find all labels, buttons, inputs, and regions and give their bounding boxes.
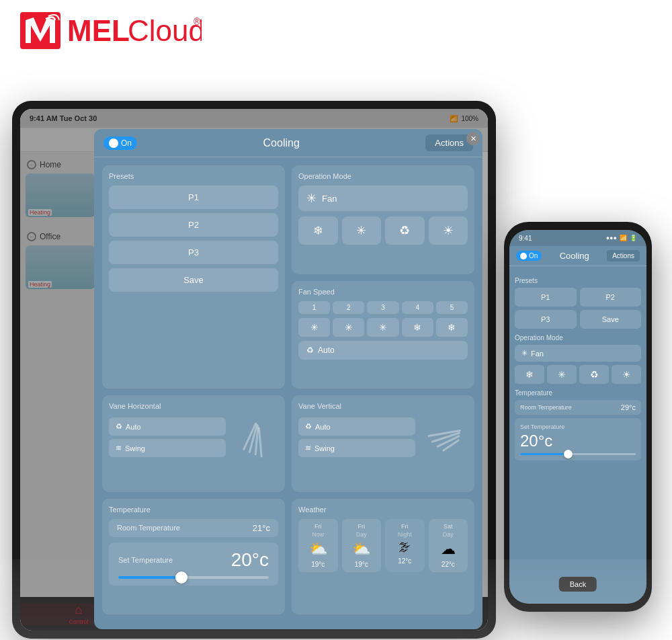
phone-battery-icon: 🔋 [630,235,637,241]
phone-body: Presets P1 P2 P3 Save Operation Mode ✳ F… [509,266,646,593]
fan-icon-3[interactable]: ✳ [367,318,398,337]
weather-temp-2: 12°c [388,557,422,565]
vane-h-auto-icon: ♻ [116,422,122,431]
tablet-main-content: − Home Heating − [20,152,488,597]
mode-fan-button[interactable]: ✳ [342,216,382,245]
temp-slider-thumb[interactable] [175,571,187,584]
vane-vertical-visual [421,415,468,463]
phone-mode-auto[interactable]: ♻ [579,365,609,384]
vane-vertical-options: ♻ Auto ≋ Swing [298,417,415,461]
vane-h-swing-button[interactable]: ≋ Swing [109,439,226,457]
fan-speed-5[interactable]: 5 [436,301,468,314]
vane-v-auto-button[interactable]: ♻ Auto [298,417,415,436]
phone-preset-p1[interactable]: P1 [515,288,577,307]
phone-op-current: Fan [531,350,544,358]
fan-speed-3[interactable]: 3 [367,301,398,314]
tablet-screen: 9:41 AM Tue Oct 30 📶 100% MELCloud [20,109,488,631]
fan-icon-4[interactable]: ❄ [402,318,433,337]
weather-icon-0: ⛅ [301,541,335,558]
phone-screen: 9:41 ●●● 📶 🔋 On Cooling Actions Presets [509,230,646,604]
temp-slider[interactable] [118,576,269,579]
vane-vertical-title: Vane Vertical [298,402,468,410]
vane-v-swing-icon: ≋ [305,444,311,452]
preset-p2-button[interactable]: P2 [109,213,278,237]
fan-auto-label: Auto [318,346,335,355]
fan-icon-5[interactable]: ❄ [436,318,468,337]
scene: 9:41 AM Tue Oct 30 📶 100% MELCloud [0,87,672,640]
weather-day-label-0: Fri [301,523,335,530]
phone-preset-p3[interactable]: P3 [515,310,577,329]
phone-status-bar: 9:41 ●●● 📶 🔋 [509,230,646,246]
toggle-label: On [121,138,132,148]
vane-h-auto-button[interactable]: ♻ Auto [109,417,226,436]
fan-auto-button[interactable]: ♻ Auto [298,341,468,360]
phone-preset-p2[interactable]: P2 [580,288,642,307]
presets-title: Presets [109,172,278,180]
tablet: 9:41 AM Tue Oct 30 📶 100% MELCloud [12,101,496,639]
phone-back-button[interactable]: Back [559,577,597,592]
operation-mode-current: Fan [322,194,337,204]
mode-auto-button[interactable]: ♻ [385,216,425,245]
vane-horizontal-row: ♻ Auto ≋ Swing [109,415,278,463]
svg-text:®: ® [194,16,201,27]
close-button[interactable]: ✕ [466,132,480,145]
modal-title: Cooling [137,137,425,149]
preset-p3-button[interactable]: P3 [109,241,278,264]
phone-mode-heat[interactable]: ☀ [612,365,641,384]
weather-grid: Fri Now ⛅ 19°c Fri Day ⛅ [298,519,468,572]
set-temp-box: Set Temperature 20°c [109,543,278,586]
modal-body: Presets P1 P2 P3 Save Operation Mode ✳ [94,157,482,623]
fan-speed-2[interactable]: 2 [333,301,364,314]
phone-signal-icon: ●●● [606,235,617,241]
operation-mode-panel: Operation Mode ✳ Fan ❄ ✳ ♻ ☀ [292,165,474,274]
phone-op-icon: ✳ [521,349,528,358]
phone: 9:41 ●●● 📶 🔋 On Cooling Actions Presets [504,222,652,612]
phone-status-icons: ●●● 📶 🔋 [606,235,637,241]
modal-overlay: On Cooling Actions ✕ Presets P1 [20,109,488,631]
weather-day-fri-now: Fri Now ⛅ 19°c [298,519,338,572]
vane-horizontal-visual [231,415,278,463]
mode-heat-button[interactable]: ☀ [429,216,468,245]
fan-speed-1[interactable]: 1 [298,301,330,314]
phone-header: On Cooling Actions [509,246,646,266]
set-temp-value: 20°c [231,549,269,571]
mode-cool-button[interactable]: ❄ [298,216,338,245]
preset-p1-button[interactable]: P1 [109,186,278,209]
vane-v-swing-button[interactable]: ≋ Swing [298,439,415,457]
phone-set-temp-box: Set Temperature 20°c [515,418,641,461]
weather-temp-1: 19°c [345,561,379,568]
weather-day-sub-2: Night [388,531,422,538]
modal-cooling: On Cooling Actions ✕ Presets P1 [94,129,482,629]
phone-mode-cool[interactable]: ❄ [515,365,544,384]
phone-mode-fan[interactable]: ✳ [547,365,577,384]
fan-speed-numbers: 1 2 3 4 5 [298,301,468,314]
phone-preset-save[interactable]: Save [580,310,642,329]
set-temp-label: Set Temperature [118,556,173,564]
phone-temp-slider[interactable] [520,453,636,455]
preset-save-button[interactable]: Save [109,268,278,292]
fan-speed-title: Fan Speed [298,288,468,296]
weather-day-sub-3: Day [431,531,466,538]
phone-actions-button[interactable]: Actions [607,250,640,262]
vane-horizontal-options: ♻ Auto ≋ Swing [109,417,226,461]
weather-title: Weather [298,506,468,514]
svg-text:MEL: MEL [67,14,130,46]
weather-day-sat-day: Sat Day ☁ 22°c [429,519,468,572]
phone-toggle-button[interactable]: On [516,251,542,261]
fan-icon-1[interactable]: ✳ [298,318,330,337]
phone-toggle-label: On [529,252,538,259]
presets-panel: Presets P1 P2 P3 Save [102,165,285,389]
phone-temp-title: Temperature [515,389,641,397]
fan-icon-2[interactable]: ✳ [333,318,364,337]
modal-header: On Cooling Actions ✕ [94,129,482,157]
fan-speed-4[interactable]: 4 [402,301,433,314]
weather-day-sub-1: Day [345,531,379,538]
vane-horizontal-panel: Vane Horizontal ♻ Auto ≋ [102,395,285,492]
weather-temp-0: 19°c [301,561,335,568]
weather-day-fri-night: Fri Night 🌫 12°c [385,519,425,572]
phone-slider-thumb[interactable] [564,450,573,458]
vane-vertical-row: ♻ Auto ≋ Swing [298,415,468,463]
room-temp-row: Room Temperature 21°c [109,519,278,537]
logo-text: MEL Cloud ® [67,13,202,49]
toggle-button[interactable]: On [103,136,137,150]
